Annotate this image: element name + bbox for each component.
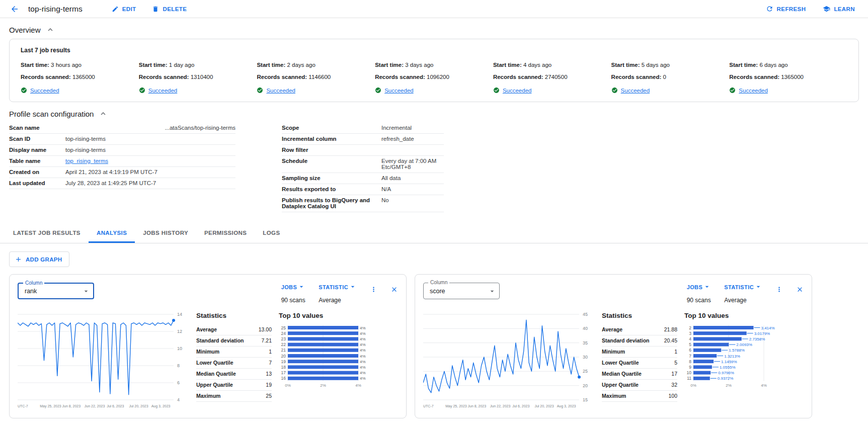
- start-time-value: 1 day ago: [169, 62, 195, 68]
- statistic-dropdown[interactable]: STATISTIC: [724, 283, 762, 292]
- learn-label: LEARN: [834, 6, 855, 12]
- config-row: Incremental columnrefresh_date: [282, 134, 444, 145]
- svg-text:3.0179%: 3.0179%: [754, 331, 770, 336]
- start-time-label: Start time:: [21, 62, 51, 68]
- job-status-link[interactable]: Succeeded: [621, 88, 650, 94]
- svg-text:2: 2: [689, 325, 691, 330]
- svg-text:9: 9: [689, 365, 691, 370]
- job-status-link[interactable]: Succeeded: [30, 88, 59, 94]
- jobs-scan-count: 90 scans: [687, 297, 712, 304]
- start-time-value: 4 days ago: [523, 62, 551, 68]
- add-graph-button[interactable]: ADD GRAPH: [9, 251, 69, 267]
- caret-down-icon: [754, 283, 762, 292]
- statistic-label: Standard deviation: [602, 337, 650, 343]
- more-options-button[interactable]: [370, 286, 377, 293]
- job-status-link[interactable]: Succeeded: [503, 88, 532, 94]
- config-label: Created on: [9, 167, 65, 178]
- column-select[interactable]: Columnrank: [18, 283, 94, 299]
- tab-latest-job-results[interactable]: LATEST JOB RESULTS: [5, 223, 89, 243]
- svg-text:6: 6: [177, 380, 180, 385]
- tab-logs[interactable]: LOGS: [255, 223, 288, 243]
- records-scanned-label: Records scanned:: [21, 74, 72, 80]
- statistic-number: 1: [674, 349, 677, 355]
- statistic-value: Average: [319, 297, 357, 304]
- config-value: N/A: [381, 184, 444, 195]
- jobs-dropdown[interactable]: JOBS: [687, 283, 712, 292]
- statistic-row: Median Quartile17: [602, 369, 677, 380]
- statistic-number: 7.21: [262, 337, 272, 343]
- records-scanned-label: Records scanned:: [375, 74, 427, 80]
- tab-analysis[interactable]: ANALYSIS: [89, 223, 135, 243]
- svg-text:4%: 4%: [360, 326, 366, 330]
- statistic-label: Upper Quartile: [602, 382, 639, 388]
- config-section-header: Profile scan configuration: [9, 109, 859, 118]
- job-status: Succeeded: [257, 87, 375, 94]
- column-select[interactable]: Columnscore: [423, 283, 500, 299]
- records-scanned-value: 1310400: [191, 74, 213, 80]
- edit-button[interactable]: EDIT: [112, 6, 136, 13]
- refresh-button[interactable]: REFRESH: [766, 5, 806, 13]
- tab-bar: LATEST JOB RESULTSANALYSISJOBS HISTORYPE…: [0, 223, 868, 243]
- table-name-link[interactable]: top_rising_terms: [65, 158, 108, 164]
- svg-text:Jul 20, 2023: Jul 20, 2023: [534, 404, 554, 408]
- learn-button[interactable]: LEARN: [823, 5, 855, 13]
- start-time-value: 2 days ago: [287, 62, 315, 68]
- config-label: Scan ID: [9, 134, 65, 145]
- back-button[interactable]: [8, 3, 21, 16]
- statistic-number: 32: [671, 382, 677, 388]
- job-status-link[interactable]: Succeeded: [148, 88, 178, 94]
- svg-text:Jun 8, 2023: Jun 8, 2023: [468, 404, 487, 408]
- records-scanned-label: Records scanned:: [257, 74, 308, 80]
- close-graph-button[interactable]: [796, 286, 804, 293]
- analysis-graph-card-score: ColumnscoreJOBS90 scansSTATISTICAverage1…: [415, 274, 812, 418]
- job-status-link[interactable]: Succeeded: [266, 88, 295, 94]
- refresh-icon: [766, 5, 773, 13]
- statistic-label: Maximum: [602, 393, 626, 399]
- job-status-link[interactable]: Succeeded: [739, 88, 768, 94]
- column-select-value: score: [430, 288, 445, 295]
- svg-text:0%: 0%: [285, 383, 291, 388]
- statistic-row: Standard deviation20.45: [602, 335, 677, 347]
- statistic-number: 1: [269, 349, 272, 355]
- svg-text:15: 15: [583, 397, 588, 402]
- config-value: Incremental: [381, 123, 444, 134]
- svg-text:4%: 4%: [360, 331, 366, 336]
- records-scanned-label: Records scanned:: [139, 74, 191, 80]
- svg-text:UTC-7: UTC-7: [423, 404, 434, 408]
- dropdown-arrow-icon: [488, 287, 496, 295]
- top-values-bar-chart: 0%2%4%23.414%33.0179%42.7358%52.0093%61.…: [684, 324, 803, 391]
- svg-text:Jul 6, 2023: Jul 6, 2023: [512, 404, 529, 408]
- close-graph-button[interactable]: [390, 286, 398, 293]
- jobs-dropdown[interactable]: JOBS: [281, 283, 306, 292]
- statistic-label: Upper Quartile: [196, 382, 233, 388]
- plus-icon: [15, 255, 22, 263]
- more-options-button[interactable]: [775, 286, 783, 293]
- config-collapse-icon[interactable]: [99, 109, 108, 118]
- svg-text:Jun 8, 2023: Jun 8, 2023: [62, 404, 81, 408]
- config-value: top-rising-terms: [65, 134, 235, 145]
- job-status-link[interactable]: Succeeded: [384, 88, 414, 94]
- statistic-row: Average13.00: [196, 324, 272, 335]
- analysis-graph-card-rank: ColumnrankJOBS90 scansSTATISTICAverage46…: [9, 274, 407, 418]
- delete-button[interactable]: DELETE: [152, 6, 187, 13]
- start-time-label: Start time:: [375, 62, 405, 68]
- tab-jobs-history[interactable]: JOBS HISTORY: [135, 223, 196, 243]
- job-result-column: Start time: 5 days agoRecords scanned: 0…: [611, 62, 730, 94]
- overview-collapse-icon[interactable]: [46, 25, 55, 34]
- statistic-number: 13.00: [259, 326, 272, 332]
- statistic-number: 5: [674, 360, 677, 366]
- svg-text:0.9372%: 0.9372%: [718, 376, 734, 381]
- statistic-dropdown[interactable]: STATISTIC: [319, 283, 357, 292]
- config-label: Table name: [9, 156, 65, 167]
- learn-school-icon: [823, 5, 830, 13]
- svg-text:3.414%: 3.414%: [761, 326, 774, 330]
- svg-text:3: 3: [689, 331, 691, 336]
- jobs-dropdown-label: JOBS: [687, 284, 703, 290]
- scan-configuration: Scan name...ataScans/top-rising-termsSca…: [9, 123, 859, 212]
- last-job-results-card: Last 7 job results Start time: 3 hours a…: [9, 39, 859, 102]
- svg-text:Jun 22, 2023: Jun 22, 2023: [85, 404, 105, 408]
- config-row: Display nametop-rising-terms: [9, 145, 235, 156]
- tab-permissions[interactable]: PERMISSIONS: [196, 223, 255, 243]
- config-label: Sampling size: [282, 173, 381, 184]
- config-table-left: Scan name...ataScans/top-rising-termsSca…: [9, 123, 235, 189]
